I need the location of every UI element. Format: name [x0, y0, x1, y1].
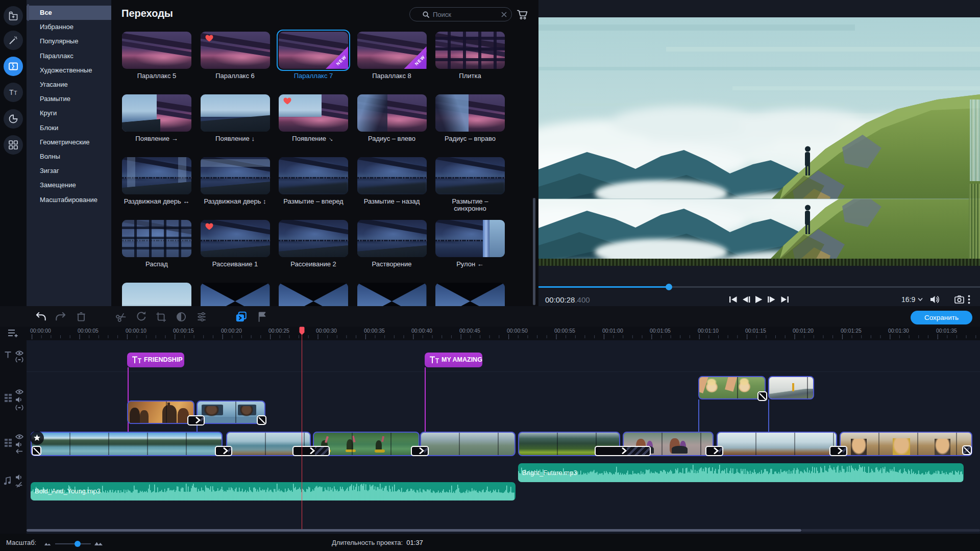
svg-text:T: T: [14, 90, 17, 96]
svg-text:T: T: [9, 88, 14, 96]
